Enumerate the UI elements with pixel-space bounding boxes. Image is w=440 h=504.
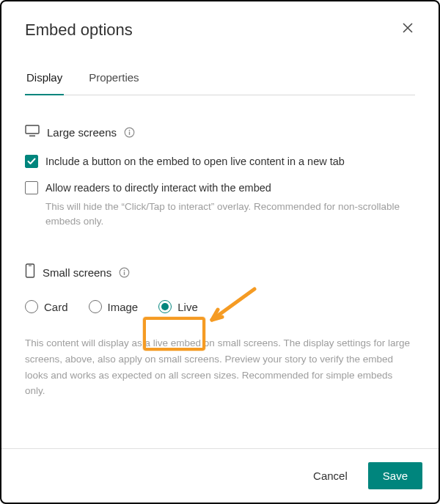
dialog-footer: Cancel Save [1, 448, 439, 503]
close-icon [402, 22, 414, 34]
close-button[interactable] [400, 21, 415, 37]
checkbox-row-new-tab: Include a button on the embed to open li… [25, 154, 415, 170]
radio-live-label: Live [177, 301, 198, 313]
svg-rect-0 [26, 125, 39, 134]
tabs: Display Properties [25, 70, 415, 95]
large-screens-label: Large screens [47, 126, 117, 139]
tab-display[interactable]: Display [25, 71, 64, 95]
info-icon[interactable] [119, 267, 130, 278]
small-screens-heading: Small screens [25, 263, 415, 281]
dialog-content: Embed options Display Properties Large s… [1, 1, 439, 448]
tab-properties[interactable]: Properties [87, 71, 140, 95]
radio-item-card[interactable]: Card [25, 300, 68, 313]
radio-card-label: Card [44, 301, 68, 313]
checkbox-interact[interactable] [25, 181, 38, 194]
svg-point-2 [129, 129, 131, 131]
phone-icon [25, 263, 35, 281]
small-screen-radio-group: Card Image Live [25, 300, 415, 313]
dialog-title: Embed options [25, 21, 133, 40]
radio-live [158, 300, 172, 313]
svg-rect-5 [29, 266, 32, 266]
svg-rect-3 [129, 131, 130, 134]
radio-image [89, 300, 102, 313]
checkbox-interact-label: Allow readers to directly interact with … [45, 180, 271, 197]
radio-card [25, 300, 38, 313]
checkbox-new-tab[interactable] [25, 155, 38, 168]
dialog-header: Embed options [25, 21, 415, 40]
large-screens-heading: Large screens [25, 125, 415, 139]
check-icon [27, 158, 36, 165]
radio-item-image[interactable]: Image [89, 300, 139, 313]
checkbox-row-interact: Allow readers to directly interact with … [25, 180, 415, 197]
radio-item-live[interactable]: Live [158, 300, 198, 313]
svg-rect-8 [124, 271, 125, 274]
info-icon[interactable] [124, 127, 135, 138]
svg-rect-4 [26, 264, 34, 277]
interact-help-text: This will hide the “Click/Tap to interac… [45, 200, 415, 230]
monitor-icon [25, 125, 40, 139]
small-screens-label: Small screens [43, 266, 111, 279]
checkbox-new-tab-label: Include a button on the embed to open li… [45, 154, 345, 170]
cancel-button[interactable]: Cancel [306, 464, 355, 488]
radio-image-label: Image [108, 301, 139, 313]
save-button[interactable]: Save [368, 462, 422, 489]
svg-point-7 [124, 270, 125, 271]
small-screens-description: This content will display as a live embe… [25, 335, 415, 398]
